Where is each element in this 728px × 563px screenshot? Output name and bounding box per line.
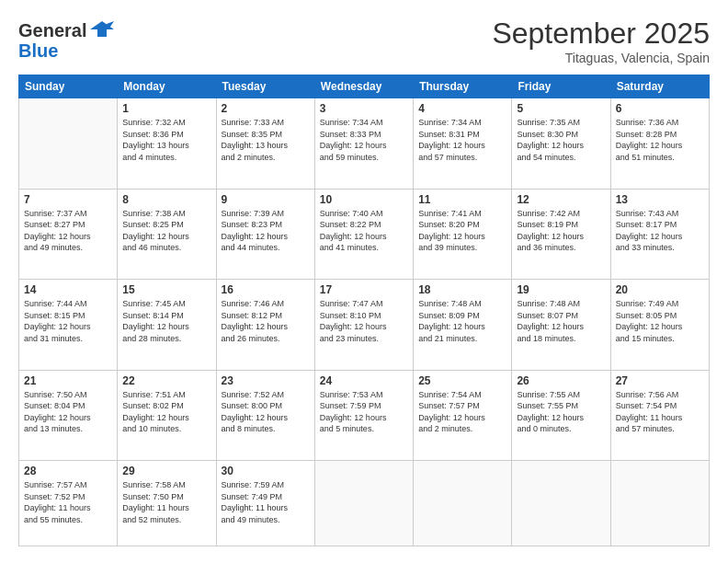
day-number: 7 (24, 193, 112, 206)
cell-info: Sunrise: 7:57 AM Sunset: 7:52 PM Dayligh… (24, 479, 112, 525)
cell-info: Sunrise: 7:48 AM Sunset: 8:07 PM Dayligh… (517, 298, 605, 344)
calendar-cell: 11Sunrise: 7:41 AM Sunset: 8:20 PM Dayli… (414, 189, 512, 280)
cell-info: Sunrise: 7:35 AM Sunset: 8:30 PM Dayligh… (517, 117, 605, 163)
day-number: 13 (616, 193, 704, 206)
calendar-cell: 18Sunrise: 7:48 AM Sunset: 8:09 PM Dayli… (414, 280, 512, 371)
calendar-cell: 3Sunrise: 7:34 AM Sunset: 8:33 PM Daylig… (314, 98, 413, 190)
location: Titaguas, Valencia, Spain (492, 51, 710, 65)
day-number: 16 (222, 283, 310, 296)
cell-info: Sunrise: 7:54 AM Sunset: 7:57 PM Dayligh… (418, 389, 506, 435)
day-number: 27 (616, 374, 704, 387)
logo-general-text: General (18, 20, 86, 41)
weekday-header-saturday: Saturday (610, 75, 709, 98)
cell-info: Sunrise: 7:44 AM Sunset: 8:15 PM Dayligh… (24, 298, 112, 344)
cell-info: Sunrise: 7:46 AM Sunset: 8:12 PM Dayligh… (222, 298, 310, 344)
weekday-header-tuesday: Tuesday (216, 75, 314, 98)
day-number: 10 (320, 193, 408, 206)
calendar-cell: 13Sunrise: 7:43 AM Sunset: 8:17 PM Dayli… (610, 189, 709, 280)
calendar-cell (314, 461, 413, 546)
cell-info: Sunrise: 7:33 AM Sunset: 8:35 PM Dayligh… (222, 117, 310, 163)
cell-info: Sunrise: 7:42 AM Sunset: 8:19 PM Dayligh… (517, 208, 605, 254)
calendar-row-5: 28Sunrise: 7:57 AM Sunset: 7:52 PM Dayli… (19, 461, 710, 546)
calendar-cell: 1Sunrise: 7:32 AM Sunset: 8:36 PM Daylig… (118, 98, 216, 190)
day-number: 28 (24, 465, 112, 477)
day-number: 19 (517, 283, 605, 296)
calendar-cell: 27Sunrise: 7:56 AM Sunset: 7:54 PM Dayli… (610, 370, 709, 461)
calendar-cell: 22Sunrise: 7:51 AM Sunset: 8:02 PM Dayli… (118, 370, 216, 461)
calendar-cell: 8Sunrise: 7:38 AM Sunset: 8:25 PM Daylig… (118, 189, 216, 280)
cell-info: Sunrise: 7:41 AM Sunset: 8:20 PM Dayligh… (418, 208, 506, 254)
calendar-cell (512, 461, 610, 546)
day-number: 2 (222, 102, 310, 115)
day-number: 1 (122, 102, 210, 115)
calendar-cell: 29Sunrise: 7:58 AM Sunset: 7:50 PM Dayli… (118, 461, 216, 546)
day-number: 12 (517, 193, 605, 206)
cell-info: Sunrise: 7:52 AM Sunset: 8:00 PM Dayligh… (222, 389, 310, 435)
weekday-header-sunday: Sunday (19, 75, 118, 98)
cell-info: Sunrise: 7:53 AM Sunset: 7:59 PM Dayligh… (320, 389, 408, 435)
day-number: 30 (222, 465, 310, 477)
calendar-cell (610, 461, 709, 546)
cell-info: Sunrise: 7:55 AM Sunset: 7:55 PM Dayligh… (517, 389, 605, 435)
day-number: 24 (320, 374, 408, 387)
calendar-cell: 9Sunrise: 7:39 AM Sunset: 8:23 PM Daylig… (216, 189, 314, 280)
logo: General Blue (18, 17, 116, 62)
cell-info: Sunrise: 7:47 AM Sunset: 8:10 PM Dayligh… (320, 298, 408, 344)
day-number: 5 (517, 102, 605, 115)
cell-info: Sunrise: 7:58 AM Sunset: 7:50 PM Dayligh… (122, 479, 210, 525)
cell-info: Sunrise: 7:36 AM Sunset: 8:28 PM Dayligh… (616, 117, 704, 163)
day-number: 23 (222, 374, 310, 387)
day-number: 14 (24, 283, 112, 296)
calendar-row-2: 7Sunrise: 7:37 AM Sunset: 8:27 PM Daylig… (19, 189, 710, 280)
calendar-cell: 2Sunrise: 7:33 AM Sunset: 8:35 PM Daylig… (216, 98, 314, 190)
calendar-cell: 20Sunrise: 7:49 AM Sunset: 8:05 PM Dayli… (610, 280, 709, 371)
day-number: 21 (24, 374, 112, 387)
calendar-cell: 12Sunrise: 7:42 AM Sunset: 8:19 PM Dayli… (512, 189, 610, 280)
month-title: September 2025 (492, 17, 710, 51)
cell-info: Sunrise: 7:32 AM Sunset: 8:36 PM Dayligh… (122, 117, 210, 163)
day-number: 11 (418, 193, 506, 206)
calendar-cell: 30Sunrise: 7:59 AM Sunset: 7:49 PM Dayli… (216, 461, 314, 546)
day-number: 15 (122, 283, 210, 296)
calendar-cell: 16Sunrise: 7:46 AM Sunset: 8:12 PM Dayli… (216, 280, 314, 371)
cell-info: Sunrise: 7:51 AM Sunset: 8:02 PM Dayligh… (122, 389, 210, 435)
cell-info: Sunrise: 7:38 AM Sunset: 8:25 PM Dayligh… (122, 208, 210, 254)
calendar-row-1: 1Sunrise: 7:32 AM Sunset: 8:36 PM Daylig… (19, 98, 710, 190)
cell-info: Sunrise: 7:40 AM Sunset: 8:22 PM Dayligh… (320, 208, 408, 254)
day-number: 18 (418, 283, 506, 296)
calendar-cell (414, 461, 512, 546)
calendar-table: SundayMondayTuesdayWednesdayThursdayFrid… (18, 75, 710, 546)
day-number: 22 (122, 374, 210, 387)
cell-info: Sunrise: 7:45 AM Sunset: 8:14 PM Dayligh… (122, 298, 210, 344)
cell-info: Sunrise: 7:56 AM Sunset: 7:54 PM Dayligh… (616, 389, 704, 435)
weekday-header-wednesday: Wednesday (314, 75, 413, 98)
calendar-cell: 23Sunrise: 7:52 AM Sunset: 8:00 PM Dayli… (216, 370, 314, 461)
calendar-cell: 26Sunrise: 7:55 AM Sunset: 7:55 PM Dayli… (512, 370, 610, 461)
calendar-cell: 4Sunrise: 7:34 AM Sunset: 8:31 PM Daylig… (414, 98, 512, 190)
weekday-header-friday: Friday (512, 75, 610, 98)
day-number: 3 (320, 102, 408, 115)
cell-info: Sunrise: 7:39 AM Sunset: 8:23 PM Dayligh… (222, 208, 310, 254)
calendar-cell (19, 98, 118, 190)
weekday-header-monday: Monday (118, 75, 216, 98)
calendar-cell: 24Sunrise: 7:53 AM Sunset: 7:59 PM Dayli… (314, 370, 413, 461)
calendar-row-4: 21Sunrise: 7:50 AM Sunset: 8:04 PM Dayli… (19, 370, 710, 461)
cell-info: Sunrise: 7:50 AM Sunset: 8:04 PM Dayligh… (24, 389, 112, 435)
day-number: 17 (320, 283, 408, 296)
weekday-header-thursday: Thursday (414, 75, 512, 98)
day-number: 26 (517, 374, 605, 387)
day-number: 9 (222, 193, 310, 206)
day-number: 8 (122, 193, 210, 206)
calendar-page: General Blue September 2025 Titaguas, Va… (0, 0, 728, 563)
cell-info: Sunrise: 7:59 AM Sunset: 7:49 PM Dayligh… (222, 479, 310, 525)
cell-info: Sunrise: 7:49 AM Sunset: 8:05 PM Dayligh… (616, 298, 704, 344)
calendar-cell: 25Sunrise: 7:54 AM Sunset: 7:57 PM Dayli… (414, 370, 512, 461)
calendar-cell: 7Sunrise: 7:37 AM Sunset: 8:27 PM Daylig… (19, 189, 118, 280)
day-number: 29 (122, 465, 210, 477)
cell-info: Sunrise: 7:37 AM Sunset: 8:27 PM Dayligh… (24, 208, 112, 254)
weekday-header-row: SundayMondayTuesdayWednesdayThursdayFrid… (19, 75, 710, 98)
cell-info: Sunrise: 7:34 AM Sunset: 8:31 PM Dayligh… (418, 117, 506, 163)
day-number: 6 (616, 102, 704, 115)
cell-info: Sunrise: 7:43 AM Sunset: 8:17 PM Dayligh… (616, 208, 704, 254)
header: General Blue September 2025 Titaguas, Va… (18, 17, 710, 65)
